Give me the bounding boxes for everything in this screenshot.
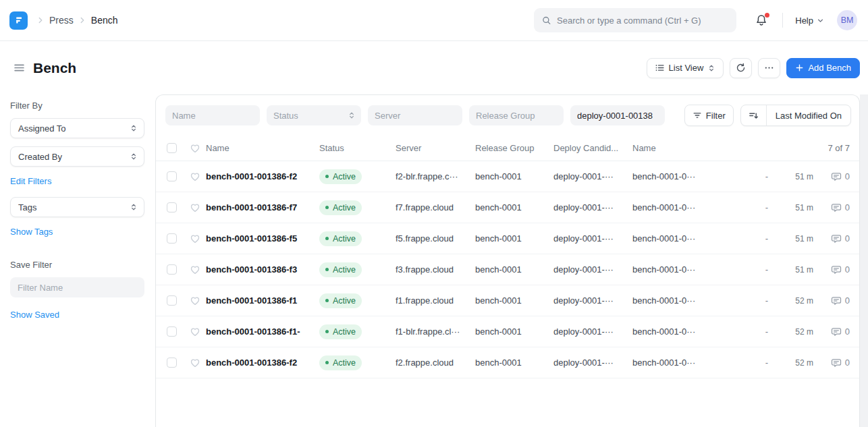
- extra-cell: -: [757, 264, 777, 275]
- show-saved-link[interactable]: Show Saved: [10, 310, 59, 320]
- table-row[interactable]: bench-0001-001386-f2 Active f2.frappe.cl…: [156, 347, 859, 378]
- refresh-icon: [736, 63, 746, 73]
- created-by-select[interactable]: Created By: [10, 146, 144, 167]
- command-search[interactable]: [534, 8, 736, 32]
- bench-name[interactable]: bench-0001-001386-f7: [206, 202, 319, 212]
- comment-count: 0: [845, 358, 850, 368]
- user-avatar[interactable]: BM: [837, 10, 857, 30]
- server-filter-input[interactable]: [368, 105, 462, 125]
- more-options-button[interactable]: [758, 58, 780, 78]
- comments-indicator: 0: [816, 233, 850, 244]
- breadcrumb-press[interactable]: Press: [49, 15, 74, 26]
- server-cell: f7.frappe.cloud: [396, 202, 475, 212]
- deploy-candidate-filter-input[interactable]: [570, 105, 665, 125]
- row-checkbox[interactable]: [167, 358, 177, 368]
- row-checkbox[interactable]: [167, 326, 177, 337]
- favorite-button[interactable]: [190, 295, 206, 306]
- filter-funnel-icon: [693, 111, 702, 120]
- row-checkbox[interactable]: [167, 171, 177, 181]
- chevron-up-down-icon: [707, 64, 715, 72]
- deploy-candidate-cell: deploy-0001-···: [553, 295, 632, 306]
- show-tags-link[interactable]: Show Tags: [10, 227, 53, 237]
- status-filter-select[interactable]: Status: [267, 105, 361, 125]
- table-body: bench-0001-001386-f2 Active f2-blr.frapp…: [156, 161, 859, 378]
- breadcrumb-bench[interactable]: Bench: [91, 15, 118, 26]
- sidebar-toggle-button[interactable]: [11, 59, 28, 76]
- extra-cell: -: [757, 202, 777, 212]
- table-row[interactable]: bench-0001-001386-f7 Active f7.frappe.cl…: [156, 192, 859, 223]
- avatar-initials: BM: [841, 16, 854, 25]
- column-header-doc-name[interactable]: Name: [632, 143, 734, 153]
- status-label: Active: [333, 234, 356, 244]
- refresh-button[interactable]: [730, 58, 752, 78]
- deploy-candidate-cell: deploy-0001-···: [553, 358, 632, 368]
- last-modified-cell: 51 m: [777, 203, 816, 212]
- bench-list-card: Status Filter: [155, 94, 860, 427]
- status-dot-icon: [325, 237, 329, 240]
- edit-filters-link[interactable]: Edit Filters: [10, 176, 51, 186]
- favorite-button[interactable]: [190, 358, 206, 368]
- frappe-logo[interactable]: [9, 11, 28, 30]
- column-header-status[interactable]: Status: [319, 143, 396, 153]
- deploy-candidate-cell: deploy-0001-···: [553, 171, 632, 181]
- comment-icon: [831, 358, 842, 368]
- last-modified-cell: 51 m: [777, 265, 816, 275]
- column-header-deploy-candidate[interactable]: Deploy Candid...: [553, 143, 632, 153]
- table-row[interactable]: bench-0001-001386-f3 Active f3.frappe.cl…: [156, 254, 859, 285]
- column-header-release-group[interactable]: Release Group: [475, 143, 553, 153]
- server-cell: f1.frappe.cloud: [396, 295, 475, 306]
- comment-count: 0: [845, 295, 850, 306]
- sort-control[interactable]: Last Modified On: [740, 105, 851, 126]
- select-all-checkbox[interactable]: [167, 143, 177, 153]
- table-row[interactable]: bench-0001-001386-f2 Active f2-blr.frapp…: [156, 161, 859, 192]
- table-row[interactable]: bench-0001-001386-f1 Active f1.frappe.cl…: [156, 285, 859, 316]
- filter-name-input[interactable]: [10, 277, 144, 297]
- doc-name-cell: bench-0001-0···: [632, 358, 734, 368]
- bench-name[interactable]: bench-0001-001386-f1: [206, 295, 319, 306]
- sort-icon-segment[interactable]: [741, 105, 767, 125]
- comments-indicator: 0: [816, 264, 850, 275]
- extra-cell: -: [757, 358, 777, 368]
- favorite-button[interactable]: [190, 171, 206, 182]
- release-group-filter-input[interactable]: [469, 105, 564, 125]
- assigned-to-select[interactable]: Assigned To: [10, 118, 144, 138]
- comments-indicator: 0: [816, 171, 850, 182]
- bench-name[interactable]: bench-0001-001386-f5: [206, 233, 319, 244]
- menu-icon: [13, 62, 25, 74]
- doc-name-cell: bench-0001-0···: [632, 233, 734, 244]
- search-icon: [542, 16, 551, 26]
- column-header-server[interactable]: Server: [396, 143, 475, 153]
- favorite-button[interactable]: [190, 326, 206, 337]
- bench-name[interactable]: bench-0001-001386-f3: [206, 264, 319, 275]
- notifications-button[interactable]: [753, 11, 770, 29]
- table-row[interactable]: bench-0001-001386-f1- Active f1-blr.frap…: [156, 316, 859, 347]
- bench-name[interactable]: bench-0001-001386-f1-: [206, 326, 319, 337]
- heart-icon: [190, 358, 200, 368]
- filter-button[interactable]: Filter: [684, 105, 734, 126]
- name-filter-input[interactable]: [165, 105, 260, 125]
- sort-field-label[interactable]: Last Modified On: [767, 105, 850, 125]
- row-checkbox[interactable]: [167, 295, 177, 306]
- row-checkbox[interactable]: [167, 233, 177, 244]
- tags-select[interactable]: Tags: [10, 197, 144, 217]
- filter-by-label: Filter By: [10, 101, 144, 111]
- status-badge: Active: [319, 293, 362, 308]
- favorite-button[interactable]: [190, 264, 206, 275]
- row-checkbox[interactable]: [167, 202, 177, 212]
- view-switcher-button[interactable]: List View: [647, 58, 724, 78]
- row-checkbox[interactable]: [167, 264, 177, 275]
- bench-name[interactable]: bench-0001-001386-f2: [206, 358, 319, 368]
- favorite-button[interactable]: [190, 202, 206, 213]
- favorite-button[interactable]: [190, 233, 206, 244]
- bench-name[interactable]: bench-0001-001386-f2: [206, 171, 319, 181]
- column-header-name[interactable]: Name: [206, 143, 319, 153]
- chevron-right-icon: [78, 16, 87, 25]
- table-row[interactable]: bench-0001-001386-f5 Active f5.frappe.cl…: [156, 223, 859, 254]
- last-modified-cell: 52 m: [777, 358, 816, 368]
- search-input[interactable]: [557, 16, 728, 26]
- list-filter-row: Status Filter: [156, 95, 859, 136]
- help-menu[interactable]: Help: [795, 16, 825, 26]
- doc-name-cell: bench-0001-0···: [632, 295, 734, 306]
- comment-count: 0: [845, 264, 850, 275]
- add-bench-button[interactable]: Add Bench: [786, 58, 860, 78]
